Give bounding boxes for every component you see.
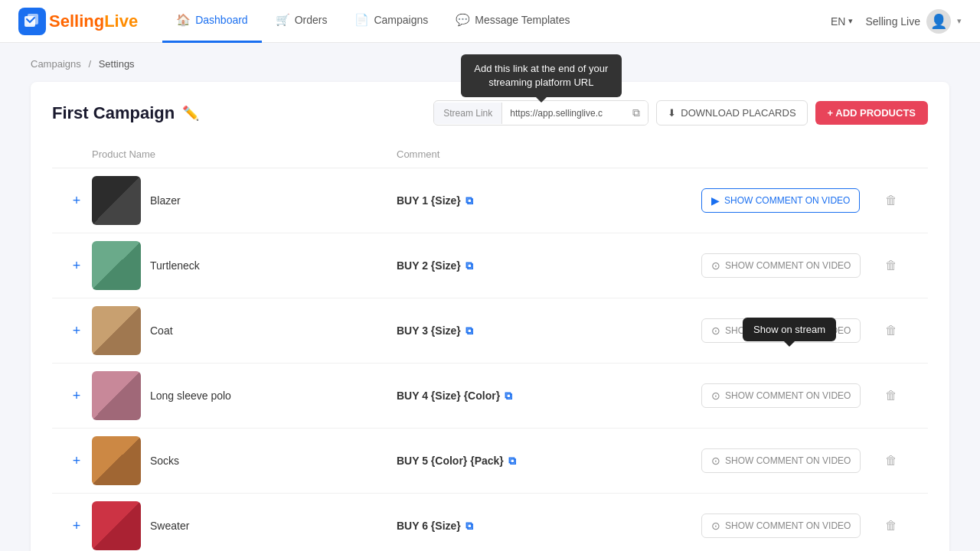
avatar: 👤 [926, 9, 951, 34]
user-info[interactable]: Selling Live 👤 ▾ [865, 9, 962, 34]
product-name-2: Turtleneck [150, 259, 200, 272]
logo-icon [18, 8, 46, 35]
stream-link-label: Stream Link [434, 103, 502, 124]
show-btn-label-6: SHOW COMMENT ON VIDEO [725, 520, 851, 531]
product-name-1: Blazer [150, 194, 181, 207]
product-info-1: Blazer [92, 176, 397, 225]
product-name-4: Long sleeve polo [150, 390, 231, 402]
show-comment-button-1[interactable]: ▶ SHOW COMMENT ON VIDEO [701, 188, 860, 213]
table-row: + Turtleneck BUY 2 {Size} ⧉ ⊙ SHOW COMME… [52, 233, 928, 298]
expand-button-6[interactable]: + [61, 518, 92, 534]
show-comment-button-4[interactable]: ⊙ SHOW COMMENT ON VIDEO [701, 383, 861, 408]
product-name-3: Coat [150, 324, 173, 337]
main-content: Campaigns / Settings First Campaign ✏️ A… [0, 43, 980, 551]
campaigns-icon: 📄 [354, 13, 369, 27]
product-info-4: Long sleeve polo [92, 371, 397, 420]
delete-button-4[interactable]: 🗑 [885, 389, 897, 403]
delete-button-6[interactable]: 🗑 [885, 519, 897, 533]
action-cell-2: ⊙ SHOW COMMENT ON VIDEO [701, 253, 885, 278]
product-image-1 [92, 176, 141, 225]
col-comment: Comment [397, 148, 701, 160]
expand-button-3[interactable]: + [61, 323, 92, 339]
nav-orders[interactable]: 🛒 Orders [262, 0, 341, 43]
copy-comment-icon-1[interactable]: ⧉ [466, 194, 473, 207]
product-image-5 [92, 436, 141, 485]
campaign-title-row: First Campaign ✏️ [52, 103, 199, 123]
copy-comment-icon-5[interactable]: ⧉ [508, 455, 516, 468]
nav-right: EN ▾ Selling Live 👤 ▾ [831, 9, 962, 34]
dashboard-icon: 🏠 [176, 13, 191, 27]
products-list: + Blazer BUY 1 {Size} ⧉ ▶ SHOW COMMENT O… [52, 168, 928, 551]
table-row: + Long sleeve polo BUY 4 {Size} {Color} … [52, 364, 928, 429]
user-chevron-icon: ▾ [957, 16, 962, 26]
action-cell-1: ▶ SHOW COMMENT ON VIDEO [701, 188, 885, 213]
campaign-card: First Campaign ✏️ Add this link at the e… [31, 82, 949, 551]
lang-selector[interactable]: EN ▾ [831, 15, 853, 28]
show-stream-tooltip: Show on stream [743, 318, 836, 341]
comment-cell-6: BUY 6 {Size} ⧉ [397, 520, 701, 533]
stream-link-input[interactable] [502, 103, 625, 124]
delete-button-5[interactable]: 🗑 [885, 454, 897, 468]
copy-link-icon[interactable]: ⧉ [625, 101, 648, 125]
show-btn-label-5: SHOW COMMENT ON VIDEO [725, 455, 851, 466]
delete-button-3[interactable]: 🗑 [885, 324, 897, 337]
play-icon-4: ⊙ [711, 390, 720, 402]
action-cell-6: ⊙ SHOW COMMENT ON VIDEO [701, 514, 885, 538]
product-image-2 [92, 241, 141, 290]
play-icon-3: ⊙ [711, 324, 720, 337]
nav-message-templates[interactable]: 💬 Message Templates [442, 0, 583, 43]
product-name-5: Socks [150, 455, 179, 467]
table-row: + Sweater BUY 6 {Size} ⧉ ⊙ SHOW COMMENT … [52, 494, 928, 551]
play-icon-1: ▶ [711, 194, 720, 207]
product-name-6: Sweater [150, 520, 189, 532]
product-info-3: Coat [92, 306, 397, 355]
navbar: SellingLive 🏠 Dashboard 🛒 Orders 📄 Campa… [0, 0, 980, 43]
show-comment-button-2[interactable]: ⊙ SHOW COMMENT ON VIDEO [701, 253, 861, 278]
copy-comment-icon-2[interactable]: ⧉ [466, 259, 473, 272]
table-row: + Blazer BUY 1 {Size} ⧉ ▶ SHOW COMMENT O… [52, 168, 928, 233]
show-comment-button-6[interactable]: ⊙ SHOW COMMENT ON VIDEO [701, 514, 861, 538]
logo-text: SellingLive [49, 11, 138, 31]
product-info-6: Sweater [92, 501, 397, 550]
comment-text-2: BUY 2 {Size} [397, 259, 461, 272]
campaign-actions: Add this link at the end of your streami… [433, 100, 928, 126]
col-product-name: Product Name [92, 148, 397, 160]
expand-button-5[interactable]: + [61, 453, 92, 469]
download-placards-button[interactable]: ⬇ DOWNLOAD PLACARDS [656, 100, 807, 126]
add-products-button[interactable]: + ADD PRODUCTS [815, 101, 928, 125]
expand-button-1[interactable]: + [61, 193, 92, 209]
table-row: + Socks BUY 5 {Color} {Pack} ⧉ ⊙ SHOW CO… [52, 429, 928, 494]
show-comment-button-5[interactable]: ⊙ SHOW COMMENT ON VIDEO [701, 448, 861, 473]
product-image-4 [92, 371, 141, 420]
campaign-header: First Campaign ✏️ Add this link at the e… [52, 100, 928, 126]
expand-button-4[interactable]: + [61, 388, 92, 404]
product-info-2: Turtleneck [92, 241, 397, 290]
comment-text-1: BUY 1 {Size} [397, 194, 461, 207]
nav-dashboard[interactable]: 🏠 Dashboard [162, 0, 262, 43]
delete-button-2[interactable]: 🗑 [885, 259, 897, 272]
logo[interactable]: SellingLive [18, 8, 138, 35]
message-icon: 💬 [456, 13, 470, 27]
comment-text-6: BUY 6 {Size} [397, 520, 461, 532]
product-info-5: Socks [92, 436, 397, 485]
product-image-6 [92, 501, 141, 550]
copy-comment-icon-4[interactable]: ⧉ [505, 390, 512, 403]
edit-icon[interactable]: ✏️ [182, 105, 199, 122]
stream-link-wrap: Stream Link ⧉ [433, 100, 648, 126]
breadcrumb-campaigns[interactable]: Campaigns [31, 58, 81, 70]
nav-campaigns[interactable]: 📄 Campaigns [341, 0, 442, 43]
copy-comment-icon-6[interactable]: ⧉ [466, 520, 473, 533]
show-btn-label-2: SHOW COMMENT ON VIDEO [725, 260, 851, 271]
expand-button-2[interactable]: + [61, 258, 92, 274]
breadcrumb-current: Settings [99, 58, 135, 70]
comment-text-4: BUY 4 {Size} {Color} [397, 390, 500, 402]
play-icon-2: ⊙ [711, 259, 720, 272]
show-btn-label-4: SHOW COMMENT ON VIDEO [725, 390, 851, 401]
delete-button-1[interactable]: 🗑 [885, 194, 897, 207]
stream-link-tooltip-wrapper: Add this link at the end of your streami… [433, 100, 648, 126]
comment-text-3: BUY 3 {Size} [397, 324, 461, 337]
copy-comment-icon-3[interactable]: ⧉ [466, 324, 473, 337]
show-btn-label-1: SHOW COMMENT ON VIDEO [724, 195, 850, 206]
action-cell-5: ⊙ SHOW COMMENT ON VIDEO [701, 448, 885, 473]
product-image-3 [92, 306, 141, 355]
